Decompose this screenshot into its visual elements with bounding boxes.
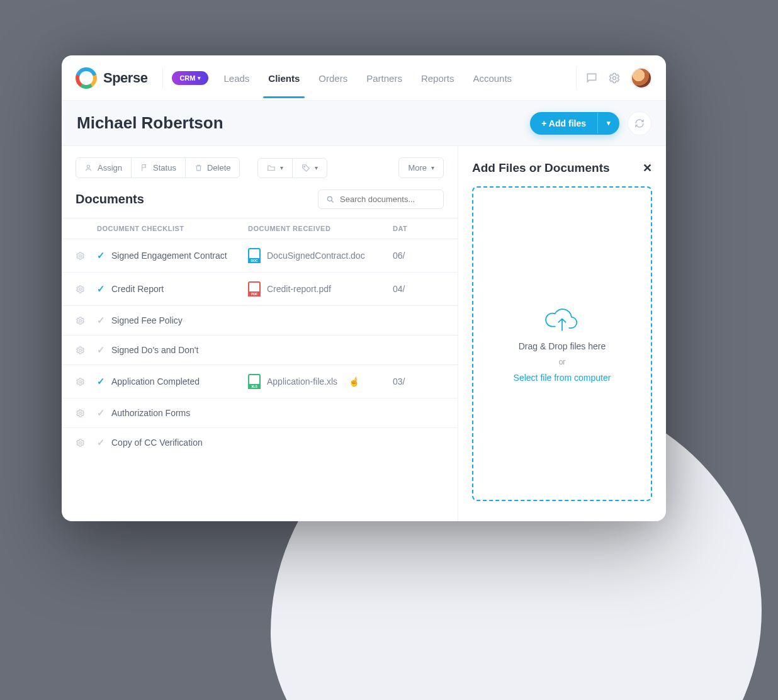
row-gear-icon[interactable] bbox=[76, 285, 97, 294]
nav-tab-accounts[interactable]: Accounts bbox=[471, 58, 513, 98]
more-label: More bbox=[408, 163, 427, 172]
folder-dropdown[interactable]: ▾ bbox=[257, 158, 293, 178]
panel-title: Add Files or Documents bbox=[472, 161, 610, 175]
section-header: Documents bbox=[62, 189, 458, 218]
row-gear-icon[interactable] bbox=[76, 251, 97, 261]
assign-button[interactable]: Assign bbox=[76, 157, 132, 178]
divider bbox=[162, 67, 163, 89]
search-input[interactable] bbox=[340, 195, 436, 204]
pointer-icon: ☝ bbox=[349, 376, 359, 387]
assign-label: Assign bbox=[98, 163, 122, 172]
check-icon: ✓ bbox=[97, 283, 105, 295]
file-name[interactable]: DocuSignedContract.doc bbox=[267, 251, 365, 261]
chevron-down-icon: ▾ bbox=[315, 164, 318, 171]
checklist-name: Credit Report bbox=[111, 284, 164, 294]
add-files-main[interactable]: + Add files bbox=[530, 112, 597, 135]
assign-icon bbox=[85, 164, 93, 172]
row-gear-icon[interactable] bbox=[76, 377, 97, 387]
checklist-name: Authorization Forms bbox=[111, 408, 190, 418]
check-icon: ✓ bbox=[97, 344, 105, 356]
file-xls-icon bbox=[248, 374, 261, 389]
table-row[interactable]: ✓Application CompletedApplication-file.x… bbox=[62, 364, 458, 398]
delete-label: Delete bbox=[207, 163, 231, 172]
file-pdf-icon bbox=[248, 281, 261, 296]
nav-tab-orders[interactable]: Orders bbox=[317, 58, 349, 98]
checklist-name: Signed Do's and Don't bbox=[111, 345, 198, 355]
row-gear-icon[interactable] bbox=[76, 346, 97, 355]
check-icon: ✓ bbox=[97, 376, 105, 387]
bulk-action-bar: Assign Status Delete bbox=[62, 146, 458, 189]
row-date: 06/ bbox=[393, 251, 444, 261]
delete-button[interactable]: Delete bbox=[185, 157, 240, 178]
svg-point-1 bbox=[87, 165, 89, 167]
chevron-down-icon: ▾ bbox=[198, 75, 201, 81]
cloud-upload-icon bbox=[544, 305, 580, 335]
refresh-button[interactable] bbox=[628, 112, 651, 135]
trash-icon bbox=[194, 164, 203, 172]
file-dropzone[interactable]: Drag & Drop files here or Select file fr… bbox=[472, 186, 652, 501]
svg-point-2 bbox=[304, 166, 305, 167]
nav-tab-clients[interactable]: Clients bbox=[267, 58, 301, 98]
nav-tabs: LeadsClientsOrdersPartnersReportsAccount… bbox=[222, 58, 567, 98]
app-window: Sperse CRM ▾ LeadsClientsOrdersPartnersR… bbox=[62, 55, 666, 521]
table-row[interactable]: ✓Copy of CC Verification bbox=[62, 427, 458, 457]
row-gear-icon[interactable] bbox=[76, 438, 97, 448]
table-row[interactable]: ✓Signed Engagement ContractDocuSignedCon… bbox=[62, 239, 458, 272]
documents-panel: Assign Status Delete bbox=[62, 146, 458, 521]
table-row[interactable]: ✓Authorization Forms bbox=[62, 398, 458, 427]
nav-tab-leads[interactable]: Leads bbox=[222, 58, 251, 98]
content-body: Assign Status Delete bbox=[62, 146, 666, 521]
row-gear-icon[interactable] bbox=[76, 409, 97, 418]
status-button[interactable]: Status bbox=[131, 157, 186, 178]
search-documents[interactable] bbox=[318, 189, 444, 209]
more-dropdown[interactable]: More ▾ bbox=[398, 157, 444, 178]
svg-point-6 bbox=[79, 319, 82, 322]
checklist-name: Signed Engagement Contract bbox=[111, 251, 227, 261]
settings-gear-icon[interactable] bbox=[608, 72, 622, 84]
primary-action-group: Assign Status Delete bbox=[76, 157, 240, 178]
check-icon: ✓ bbox=[97, 437, 105, 448]
select-file-link[interactable]: Select file from computer bbox=[514, 373, 611, 383]
table-row[interactable]: ✓Signed Fee Policy bbox=[62, 305, 458, 335]
file-name[interactable]: Application-file.xls bbox=[267, 376, 337, 387]
tag-dropdown[interactable]: ▾ bbox=[292, 158, 327, 178]
status-label: Status bbox=[153, 163, 176, 172]
table-body: ✓Signed Engagement ContractDocuSignedCon… bbox=[62, 239, 458, 457]
row-date: 04/ bbox=[393, 284, 444, 294]
folder-icon bbox=[267, 164, 276, 172]
table-row[interactable]: ✓Signed Do's and Don't bbox=[62, 335, 458, 364]
workspace-pill[interactable]: CRM ▾ bbox=[172, 71, 208, 85]
add-files-dropdown[interactable]: ▾ bbox=[597, 113, 619, 133]
user-avatar[interactable] bbox=[631, 67, 652, 89]
svg-point-4 bbox=[79, 254, 82, 257]
svg-point-0 bbox=[613, 76, 616, 79]
table-header: DOCUMENT CHECKLIST DOCUMENT RECEIVED DAT bbox=[62, 218, 458, 239]
dropzone-text: Drag & Drop files here bbox=[519, 341, 606, 351]
chat-icon[interactable] bbox=[585, 72, 599, 84]
col-received: DOCUMENT RECEIVED bbox=[248, 225, 393, 232]
nav-tab-partners[interactable]: Partners bbox=[365, 58, 403, 98]
upload-panel: Add Files or Documents ✕ Drag & Drop fil… bbox=[458, 146, 666, 521]
brand-logo[interactable]: Sperse bbox=[76, 67, 147, 89]
svg-point-7 bbox=[79, 349, 82, 351]
search-icon bbox=[326, 195, 335, 204]
check-icon: ✓ bbox=[97, 315, 105, 326]
table-row[interactable]: ✓Credit ReportCredit-report.pdf04/ bbox=[62, 272, 458, 305]
top-nav: Sperse CRM ▾ LeadsClientsOrdersPartnersR… bbox=[62, 55, 666, 101]
row-gear-icon[interactable] bbox=[76, 316, 97, 325]
checklist-name: Copy of CC Verification bbox=[111, 438, 203, 448]
check-icon: ✓ bbox=[97, 407, 105, 419]
nav-tab-reports[interactable]: Reports bbox=[420, 58, 456, 98]
chevron-down-icon: ▾ bbox=[280, 164, 283, 171]
file-name[interactable]: Credit-report.pdf bbox=[267, 284, 331, 294]
close-panel-button[interactable]: ✕ bbox=[643, 161, 652, 175]
svg-point-3 bbox=[327, 196, 332, 201]
section-title: Documents bbox=[76, 192, 144, 206]
tag-icon bbox=[302, 164, 310, 172]
svg-point-9 bbox=[79, 412, 82, 414]
logo-mark-icon bbox=[76, 67, 97, 89]
dropzone-or: or bbox=[559, 358, 566, 366]
col-date: DAT bbox=[393, 225, 444, 232]
brand-name: Sperse bbox=[103, 70, 147, 86]
checklist-name: Signed Fee Policy bbox=[111, 315, 183, 325]
